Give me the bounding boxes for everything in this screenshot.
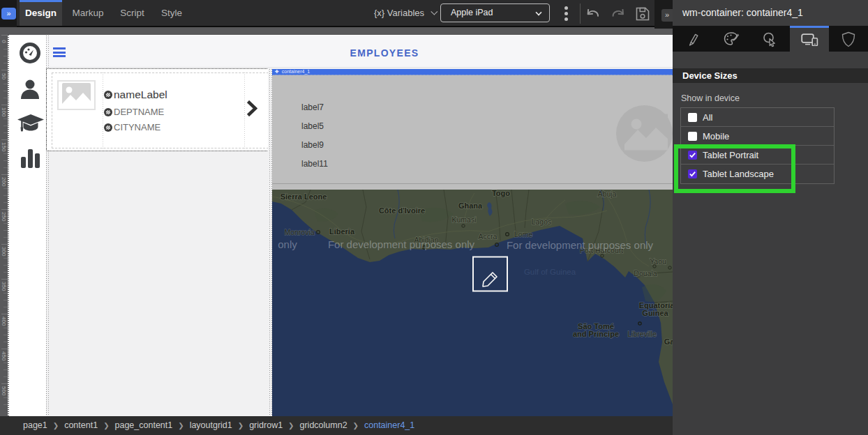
svg-text:For development purposes only: For development purposes only	[328, 238, 475, 250]
svg-text:Togo: Togo	[492, 190, 510, 197]
svg-text:Accra: Accra	[479, 232, 497, 241]
svg-text:Côte d'Ivoire: Côte d'Ivoire	[379, 206, 425, 215]
svg-text:Ga: Ga	[664, 337, 673, 346]
svg-text:Ghana: Ghana	[458, 201, 483, 210]
svg-text:Guinea: Guinea	[642, 309, 668, 317]
svg-text:Lagos: Lagos	[532, 218, 552, 226]
svg-text:only: only	[278, 238, 297, 250]
svg-text:Gulf of Guinea: Gulf of Guinea	[524, 268, 576, 276]
svg-text:For development purposes only: For development purposes only	[507, 239, 654, 251]
svg-text:Monrovia: Monrovia	[284, 228, 314, 236]
svg-text:Lome: Lome	[514, 230, 532, 238]
svg-text:Liberia: Liberia	[329, 227, 355, 236]
svg-text:Libreville: Libreville	[627, 330, 657, 338]
svg-text:Abuja: Abuja	[598, 190, 617, 198]
svg-text:Kumasi: Kumasi	[451, 215, 476, 224]
svg-text:Yaou: Yaou	[650, 257, 666, 266]
svg-text:Sierra Leone: Sierra Leone	[280, 192, 327, 201]
svg-text:Douala: Douala	[634, 269, 657, 277]
svg-text:and Príncipe: and Príncipe	[573, 330, 619, 338]
